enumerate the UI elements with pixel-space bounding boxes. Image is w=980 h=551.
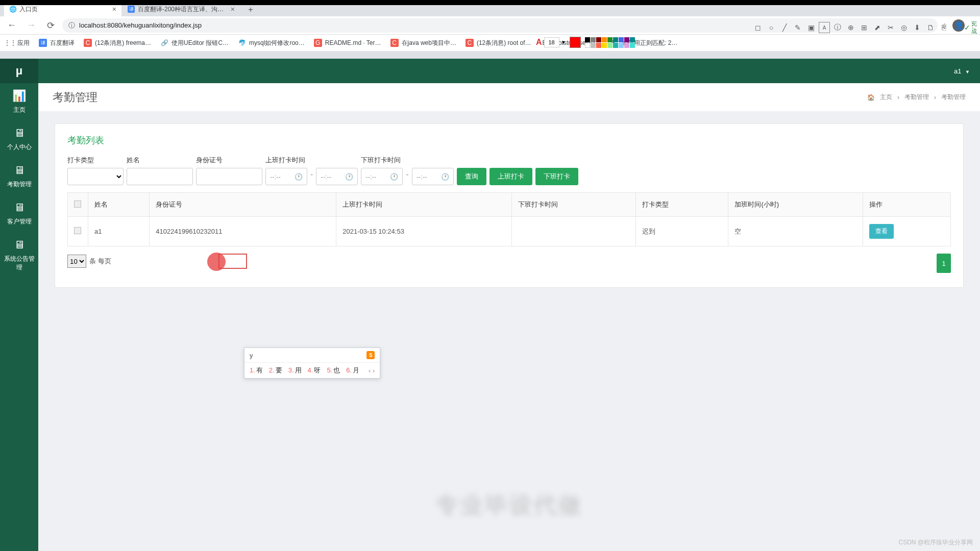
monitor-icon: 🖥 <box>2 164 36 177</box>
bookmark-item[interactable]: ⋮⋮应用 <box>6 39 30 47</box>
chevron-right-icon: › <box>897 94 899 101</box>
ime-candidate[interactable]: 2.要 <box>269 366 282 375</box>
bookmark-icon: G <box>314 39 322 47</box>
cell-type: 迟到 <box>635 217 728 246</box>
dropdown-icon[interactable]: ▼ <box>561 40 566 45</box>
bookmark-item[interactable]: GREADME.md · Ter… <box>314 39 381 47</box>
count-icon[interactable]: ⊕ <box>845 22 856 33</box>
back-button[interactable]: ← <box>4 18 19 33</box>
off-time-from[interactable]: --:--🕐 <box>361 168 403 185</box>
clockout-button[interactable]: 下班打卡 <box>535 168 578 185</box>
checkbox[interactable] <box>74 201 81 208</box>
bookmark-label: mysql如何修改roo… <box>249 39 305 47</box>
filter-name-input[interactable] <box>127 168 193 185</box>
copy-icon[interactable]: ⎘ <box>938 22 949 33</box>
sidebar-item[interactable]: 🖥系统公告管理 <box>0 232 38 278</box>
close-icon[interactable]: × <box>112 5 116 13</box>
forward-button[interactable]: → <box>23 18 39 33</box>
chevron-right-icon[interactable]: › <box>373 367 375 374</box>
download-icon[interactable]: ⬇ <box>912 22 923 33</box>
ime-candidate[interactable]: 1.有 <box>250 366 263 375</box>
cursor-icon[interactable]: ⬈ <box>872 22 883 33</box>
ime-candidate[interactable]: 6.月 <box>346 366 359 375</box>
column-header: 身份证号 <box>150 193 336 217</box>
bookmark-label: 百度翻译 <box>50 39 75 47</box>
user-menu[interactable]: a1 ▼ <box>954 67 970 75</box>
breadcrumb-home[interactable]: 主页 <box>880 93 892 102</box>
monitor-icon: 🖥 <box>2 238 36 252</box>
ime-popup: y S 1.有2.要3.用4.呀5.也6.月‹ › <box>244 347 380 379</box>
column-header: 姓名 <box>88 193 150 217</box>
ime-nav[interactable]: ‹ › <box>369 367 375 374</box>
on-time-to[interactable]: --:--🕐 <box>316 168 358 185</box>
clockin-button[interactable]: 上班打卡 <box>489 168 532 185</box>
current-color[interactable] <box>570 37 581 48</box>
site-info-icon[interactable]: ⓘ <box>68 21 75 30</box>
bookmark-item[interactable]: 译百度翻译 <box>39 39 75 47</box>
extensions-row: ◻ ○ ╱ ✎ ▣ A ⓘ ⊕ ⊞ ⬈ ✂ ◎ ⬇ 🗋 ⎘ ✕ ✓完成 <box>752 18 976 37</box>
filter-type-label: 打卡类型 <box>67 156 124 165</box>
sidebar-item[interactable]: 🖥考勤管理 <box>0 158 38 195</box>
pen-icon[interactable]: ✎ <box>792 22 803 33</box>
export-icon[interactable]: 🗋 <box>925 22 936 33</box>
cell-idno: 410224199610232011 <box>150 217 336 246</box>
search-button[interactable]: 查询 <box>457 168 486 185</box>
cell-overtime: 空 <box>728 217 863 246</box>
bookmark-item[interactable]: C在java web项目中… <box>390 39 456 47</box>
sidebar-item[interactable]: 📊主页 <box>0 83 38 120</box>
circle-icon[interactable]: ○ <box>766 22 777 33</box>
ime-candidate[interactable]: 3.用 <box>288 366 302 375</box>
filter-type-select[interactable] <box>67 168 124 185</box>
bookmark-icon: 🔗 <box>160 39 168 47</box>
bookmark-label: (12条消息) root of… <box>477 39 531 47</box>
filter-id-input[interactable] <box>196 168 262 185</box>
reload-button[interactable]: ⟳ <box>43 18 58 33</box>
clock-icon: 🕐 <box>441 173 449 181</box>
checkbox[interactable] <box>74 227 81 234</box>
bookmark-icon: C <box>84 39 92 47</box>
ime-candidate[interactable]: 4.呀 <box>308 366 321 375</box>
color-tools: A ▼ <box>536 37 635 48</box>
highlight-marker <box>207 253 226 271</box>
info-icon[interactable]: ⓘ <box>832 22 843 33</box>
monitor-icon: 📊 <box>2 89 36 103</box>
close-icon[interactable]: × <box>231 5 235 13</box>
filter-row: 打卡类型 姓名 身份证号 上班打卡时间 --:--🕐 - --:--� <box>67 156 951 185</box>
sidebar-item-label: 考勤管理 <box>7 181 32 188</box>
ime-composition: y <box>250 352 253 359</box>
text-icon[interactable]: A <box>819 22 830 33</box>
sidebar-item[interactable]: 🖥个人中心 <box>0 120 38 158</box>
home-icon[interactable]: 🏠 <box>867 94 875 101</box>
font-size-input[interactable] <box>544 37 559 47</box>
done-button[interactable]: ✓完成 <box>965 22 976 33</box>
cancel-icon[interactable]: ✕ <box>951 22 963 33</box>
sidebar-item-label: 主页 <box>13 106 26 113</box>
time-sep: - <box>403 170 411 183</box>
chevron-down-icon: ▼ <box>965 69 970 74</box>
ruler-icon[interactable]: ⊞ <box>859 22 870 33</box>
page-number[interactable]: 1 <box>937 254 951 273</box>
sidebar-item[interactable]: 🖥客户管理 <box>0 195 38 232</box>
color-palette[interactable] <box>585 37 635 48</box>
image-icon[interactable]: ▣ <box>805 22 817 33</box>
target-icon[interactable]: ◎ <box>898 22 910 33</box>
chevron-right-icon: › <box>934 94 936 101</box>
topbar: a1 ▼ <box>38 59 980 83</box>
breadcrumb-mid[interactable]: 考勤管理 <box>904 93 929 102</box>
bookmark-item[interactable]: C(12条消息) freema… <box>84 39 151 47</box>
square-icon[interactable]: ◻ <box>752 22 764 33</box>
chevron-left-icon[interactable]: ‹ <box>369 367 371 374</box>
line-icon[interactable]: ╱ <box>779 22 790 33</box>
column-header: 操作 <box>863 193 950 217</box>
bookmark-item[interactable]: 🔗使用UEditor 报错C… <box>160 39 229 47</box>
per-page-select[interactable]: 10 <box>67 255 86 268</box>
font-size-control[interactable]: A ▼ <box>536 37 566 47</box>
on-time-from[interactable]: --:--🕐 <box>265 168 307 185</box>
view-button[interactable]: 查看 <box>869 224 894 239</box>
ime-candidate[interactable]: 5.也 <box>327 366 340 375</box>
crop-icon[interactable]: ✂ <box>885 22 896 33</box>
translate-icon: 译 <box>128 6 135 13</box>
off-time-to[interactable]: --:--🕐 <box>412 168 454 185</box>
bookmark-item[interactable]: C(12条消息) root of… <box>465 39 531 47</box>
bookmark-item[interactable]: 🐬mysql如何修改roo… <box>238 39 305 47</box>
